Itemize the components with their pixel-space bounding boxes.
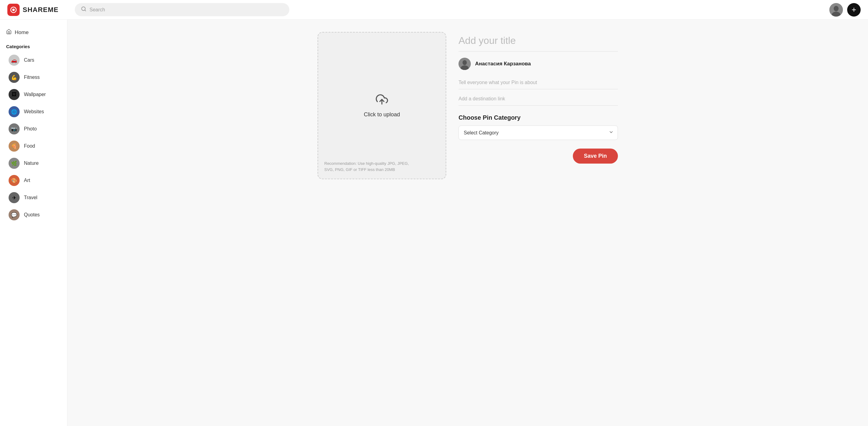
sidebar-item-avatar-fitness: 💪 bbox=[8, 72, 20, 83]
sidebar: Home Categories 🚗Cars💪Fitness🖼Wallpaper🌐… bbox=[0, 20, 67, 426]
sidebar-item-avatar-nature: 🌿 bbox=[8, 158, 20, 169]
sidebar-item-label-travel: Travel bbox=[24, 195, 37, 200]
layout: Home Categories 🚗Cars💪Fitness🖼Wallpaper🌐… bbox=[0, 20, 868, 426]
sidebar-item-avatar-food: 🍕 bbox=[8, 141, 20, 152]
sidebar-item-avatar-quotes: 💬 bbox=[8, 209, 20, 220]
logo[interactable]: SHAREME bbox=[7, 4, 69, 16]
category-select-wrapper: Select CategoryCarsFitnessWallpaperWebsi… bbox=[459, 125, 618, 140]
svg-point-9 bbox=[463, 60, 467, 65]
sidebar-item-nature[interactable]: 🌿Nature bbox=[2, 155, 65, 172]
sidebar-item-avatar-wallpaper: 🖼 bbox=[8, 89, 20, 100]
user-row: Анастасия Карзанова bbox=[459, 52, 618, 76]
sidebar-item-avatar-art: 🎨 bbox=[8, 175, 20, 186]
add-button[interactable]: + bbox=[847, 3, 861, 17]
description-input[interactable] bbox=[459, 76, 618, 89]
link-input[interactable] bbox=[459, 92, 618, 106]
sidebar-item-label-food: Food bbox=[24, 143, 35, 149]
svg-line-3 bbox=[85, 10, 86, 11]
search-bar[interactable] bbox=[75, 3, 289, 16]
sidebar-item-label-art: Art bbox=[24, 178, 30, 183]
sidebar-item-label-photo: Photo bbox=[24, 126, 37, 132]
category-select[interactable]: Select CategoryCarsFitnessWallpaperWebsi… bbox=[459, 125, 618, 140]
header: SHAREME + bbox=[0, 0, 868, 20]
sidebar-item-avatar-websites: 🌐 bbox=[8, 106, 20, 117]
search-icon bbox=[81, 6, 87, 13]
sidebar-item-avatar-travel: ✈ bbox=[8, 192, 20, 203]
logo-text: SHAREME bbox=[23, 6, 59, 14]
sidebar-item-label-fitness: Fitness bbox=[24, 75, 40, 80]
upload-recommendation: Recommendation: Use high-quality JPG, JP… bbox=[324, 161, 416, 172]
upload-icon bbox=[376, 93, 388, 108]
upload-area[interactable]: Click to upload Recommendation: Use high… bbox=[317, 32, 446, 179]
home-label: Home bbox=[15, 29, 29, 36]
sidebar-item-label-websites: Websites bbox=[24, 109, 44, 114]
sidebar-item-label-cars: Cars bbox=[24, 57, 34, 63]
sidebar-item-label-nature: Nature bbox=[24, 161, 39, 166]
sidebar-item-photo[interactable]: 📷Photo bbox=[2, 120, 65, 138]
sidebar-item-label-quotes: Quotes bbox=[24, 212, 40, 218]
main-content: Click to upload Recommendation: Use high… bbox=[67, 20, 868, 426]
sidebar-home[interactable]: Home bbox=[0, 26, 67, 39]
sidebar-item-websites[interactable]: 🌐Websites bbox=[2, 103, 65, 120]
logo-icon bbox=[7, 4, 20, 16]
sidebar-item-wallpaper[interactable]: 🖼Wallpaper bbox=[2, 86, 65, 103]
sidebar-item-food[interactable]: 🍕Food bbox=[2, 138, 65, 155]
form-panel: Анастасия Карзанова Choose Pin Category … bbox=[459, 32, 618, 164]
sidebar-item-quotes[interactable]: 💬Quotes bbox=[2, 206, 65, 223]
sidebar-item-cars[interactable]: 🚗Cars bbox=[2, 52, 65, 69]
user-avatar bbox=[459, 58, 471, 70]
save-pin-button[interactable]: Save Pin bbox=[573, 148, 618, 164]
categories-label: Categories bbox=[0, 39, 67, 52]
sidebar-items-list: 🚗Cars💪Fitness🖼Wallpaper🌐Websites📷Photo🍕F… bbox=[0, 52, 67, 223]
search-input[interactable] bbox=[90, 7, 283, 12]
svg-point-1 bbox=[12, 8, 15, 11]
sidebar-item-art[interactable]: 🎨Art bbox=[2, 172, 65, 189]
user-avatar-header[interactable] bbox=[829, 3, 843, 17]
title-input[interactable] bbox=[459, 32, 618, 52]
sidebar-item-travel[interactable]: ✈Travel bbox=[2, 189, 65, 206]
header-right: + bbox=[829, 3, 861, 17]
home-icon bbox=[6, 29, 12, 36]
category-label: Choose Pin Category bbox=[459, 114, 618, 121]
svg-point-5 bbox=[834, 6, 839, 11]
sidebar-item-fitness[interactable]: 💪Fitness bbox=[2, 69, 65, 86]
user-name: Анастасия Карзанова bbox=[475, 61, 531, 67]
sidebar-item-label-wallpaper: Wallpaper bbox=[24, 92, 46, 97]
sidebar-item-avatar-cars: 🚗 bbox=[8, 55, 20, 66]
sidebar-item-avatar-photo: 📷 bbox=[8, 123, 20, 135]
upload-label: Click to upload bbox=[364, 111, 400, 118]
